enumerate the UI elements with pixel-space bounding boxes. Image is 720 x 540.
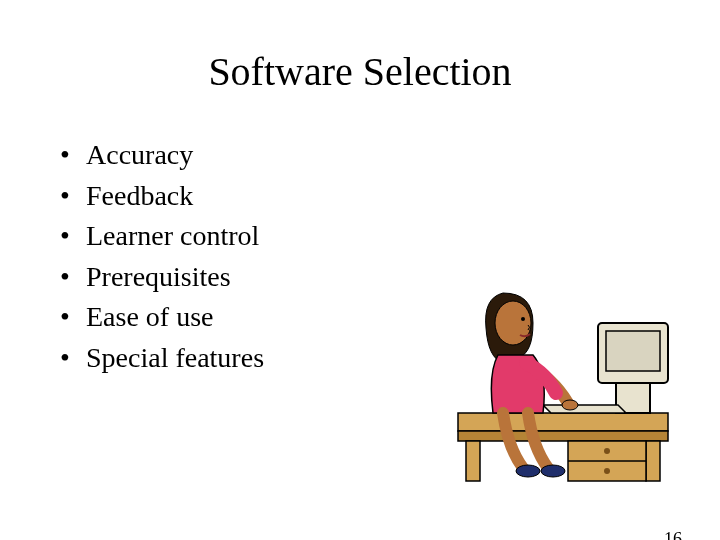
- bullet-dot: •: [60, 338, 86, 379]
- list-item: •Prerequisites: [60, 257, 264, 298]
- svg-rect-2: [466, 441, 480, 481]
- svg-rect-1: [458, 431, 668, 441]
- page-number: 16: [664, 529, 682, 540]
- svg-point-15: [541, 465, 565, 477]
- bullet-dot: •: [60, 176, 86, 217]
- svg-rect-0: [458, 413, 668, 431]
- bullet-list: •Accuracy •Feedback •Learner control •Pr…: [60, 135, 264, 379]
- bullet-dot: •: [60, 297, 86, 338]
- list-item: •Learner control: [60, 216, 264, 257]
- svg-rect-3: [646, 441, 660, 481]
- bullet-text: Ease of use: [86, 297, 214, 338]
- svg-point-14: [516, 465, 540, 477]
- bullet-text: Prerequisites: [86, 257, 231, 298]
- svg-point-6: [604, 448, 610, 454]
- list-item: •Accuracy: [60, 135, 264, 176]
- svg-point-7: [604, 468, 610, 474]
- person-at-computer-icon: [448, 263, 678, 483]
- bullet-dot: •: [60, 257, 86, 298]
- bullet-dot: •: [60, 216, 86, 257]
- list-item: •Special features: [60, 338, 264, 379]
- bullet-text: Accuracy: [86, 135, 193, 176]
- list-item: •Feedback: [60, 176, 264, 217]
- bullet-text: Special features: [86, 338, 264, 379]
- slide: Software Selection •Accuracy •Feedback •…: [0, 48, 720, 540]
- svg-rect-9: [606, 331, 660, 371]
- svg-point-11: [495, 301, 531, 345]
- svg-point-12: [521, 317, 525, 321]
- list-item: •Ease of use: [60, 297, 264, 338]
- bullet-text: Learner control: [86, 216, 259, 257]
- bullet-text: Feedback: [86, 176, 193, 217]
- bullet-dot: •: [60, 135, 86, 176]
- svg-point-13: [562, 400, 578, 410]
- slide-title: Software Selection: [0, 48, 720, 95]
